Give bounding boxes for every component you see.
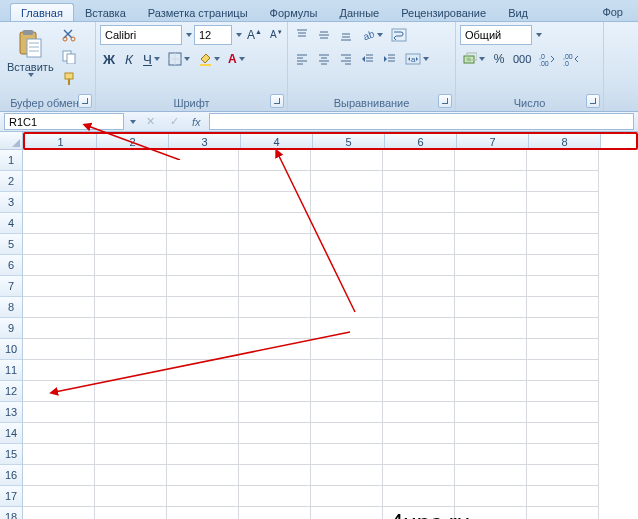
cell[interactable] — [95, 255, 167, 276]
cell[interactable] — [455, 234, 527, 255]
cell[interactable] — [167, 318, 239, 339]
column-header[interactable]: 4 — [241, 134, 313, 148]
cell[interactable] — [95, 486, 167, 507]
cell[interactable] — [383, 276, 455, 297]
cell[interactable] — [311, 276, 383, 297]
row-header[interactable]: 4 — [0, 213, 23, 234]
tab-view[interactable]: Вид — [497, 3, 539, 21]
cell[interactable] — [95, 423, 167, 444]
cell[interactable] — [311, 297, 383, 318]
cell[interactable] — [239, 507, 311, 519]
cell[interactable] — [95, 360, 167, 381]
formula-input[interactable] — [209, 113, 634, 130]
cell[interactable] — [23, 444, 95, 465]
cell[interactable] — [239, 402, 311, 423]
cell[interactable] — [311, 465, 383, 486]
cell[interactable] — [527, 339, 599, 360]
row-header[interactable]: 6 — [0, 255, 23, 276]
cell[interactable] — [455, 276, 527, 297]
copy-button[interactable] — [59, 47, 79, 67]
column-header[interactable]: 8 — [529, 134, 601, 148]
cell[interactable] — [311, 339, 383, 360]
cell[interactable] — [239, 192, 311, 213]
cell[interactable] — [527, 507, 599, 519]
select-all-button[interactable] — [0, 132, 23, 150]
fill-color-button[interactable] — [195, 49, 223, 69]
column-header[interactable]: 2 — [97, 134, 169, 148]
cell[interactable] — [311, 423, 383, 444]
cell[interactable] — [167, 444, 239, 465]
cell[interactable] — [167, 171, 239, 192]
cell[interactable] — [239, 360, 311, 381]
cell[interactable] — [455, 339, 527, 360]
cell[interactable] — [23, 213, 95, 234]
cell[interactable] — [239, 234, 311, 255]
cell[interactable] — [455, 423, 527, 444]
cell[interactable] — [95, 213, 167, 234]
cell[interactable] — [23, 360, 95, 381]
cell[interactable] — [383, 192, 455, 213]
cell[interactable] — [527, 402, 599, 423]
cell[interactable] — [455, 465, 527, 486]
cell[interactable] — [167, 213, 239, 234]
cell[interactable] — [311, 486, 383, 507]
cell[interactable] — [527, 192, 599, 213]
format-painter-button[interactable] — [59, 69, 79, 89]
cell[interactable] — [455, 255, 527, 276]
cell[interactable] — [167, 150, 239, 171]
cell[interactable] — [167, 486, 239, 507]
cell[interactable] — [527, 318, 599, 339]
cell[interactable] — [383, 465, 455, 486]
cell[interactable] — [311, 402, 383, 423]
cell[interactable] — [239, 171, 311, 192]
cell[interactable] — [383, 402, 455, 423]
row-header[interactable]: 11 — [0, 360, 23, 381]
cell[interactable] — [167, 402, 239, 423]
column-header[interactable]: 7 — [457, 134, 529, 148]
number-launcher[interactable] — [586, 94, 600, 108]
row-header[interactable]: 2 — [0, 171, 23, 192]
cell[interactable] — [383, 360, 455, 381]
cell[interactable] — [239, 444, 311, 465]
row-header[interactable]: 9 — [0, 318, 23, 339]
fx-icon[interactable]: fx — [188, 116, 205, 128]
cell[interactable] — [311, 444, 383, 465]
cell[interactable] — [455, 381, 527, 402]
cell[interactable] — [383, 171, 455, 192]
row-header[interactable]: 12 — [0, 381, 23, 402]
column-header[interactable]: 5 — [313, 134, 385, 148]
cell[interactable] — [311, 381, 383, 402]
cell[interactable] — [383, 150, 455, 171]
cell[interactable] — [95, 276, 167, 297]
row-header[interactable]: 17 — [0, 486, 23, 507]
cell[interactable] — [383, 444, 455, 465]
cell[interactable] — [383, 486, 455, 507]
cell[interactable] — [95, 444, 167, 465]
increase-font-button[interactable]: A▲ — [244, 25, 265, 45]
cell[interactable] — [95, 171, 167, 192]
cell[interactable] — [167, 339, 239, 360]
cell[interactable] — [23, 255, 95, 276]
cell[interactable] — [23, 234, 95, 255]
cell[interactable] — [95, 339, 167, 360]
orientation-button[interactable]: ab — [358, 25, 386, 45]
cell[interactable] — [527, 360, 599, 381]
cell[interactable] — [311, 255, 383, 276]
cell[interactable] — [95, 318, 167, 339]
bold-button[interactable]: Ж — [100, 49, 118, 69]
clipboard-launcher[interactable] — [78, 94, 92, 108]
increase-decimal-button[interactable]: ,0,00 — [536, 49, 558, 69]
wrap-text-button[interactable] — [388, 25, 410, 45]
cell[interactable] — [311, 360, 383, 381]
cell[interactable] — [383, 213, 455, 234]
cell[interactable] — [23, 276, 95, 297]
cell[interactable] — [167, 465, 239, 486]
cell[interactable] — [527, 234, 599, 255]
tab-data[interactable]: Данные — [328, 3, 390, 21]
underline-button[interactable]: Ч — [140, 49, 163, 69]
row-header[interactable]: 3 — [0, 192, 23, 213]
cut-button[interactable] — [59, 25, 79, 45]
row-header[interactable]: 14 — [0, 423, 23, 444]
cell[interactable] — [167, 507, 239, 519]
borders-button[interactable] — [165, 49, 193, 69]
